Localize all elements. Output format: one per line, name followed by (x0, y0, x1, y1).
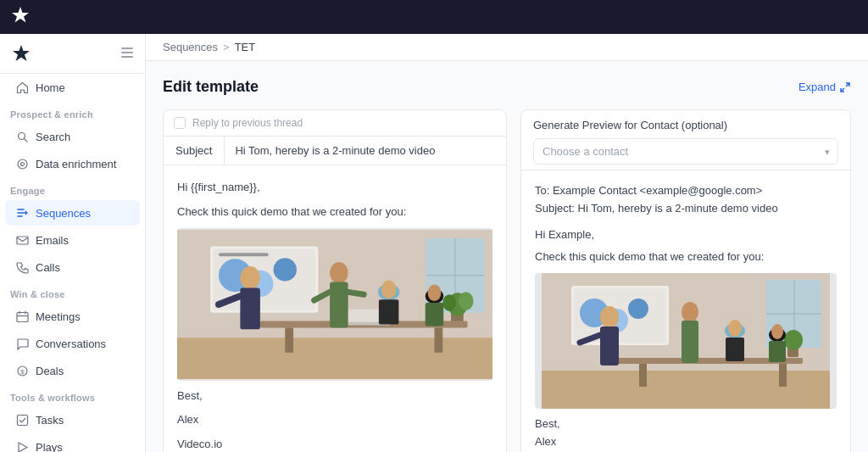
svg-rect-7 (17, 237, 28, 244)
svg-rect-2 (121, 56, 133, 58)
sidebar-item-search-label: Search (36, 131, 70, 143)
home-icon (15, 81, 29, 94)
preview-to-line: To: Example Contact <example@google.com> (535, 182, 837, 200)
body-signature-alex: Alex (177, 411, 492, 429)
svg-rect-39 (434, 327, 442, 352)
svg-rect-81 (769, 341, 786, 362)
reply-thread-checkbox[interactable] (174, 117, 186, 129)
preview-body: To: Example Contact <example@google.com>… (521, 170, 850, 452)
section-label-win: Win & close (0, 281, 145, 303)
svg-rect-8 (17, 312, 28, 321)
sidebar-item-emails[interactable]: Emails (5, 227, 140, 253)
sidebar-item-enrichment-label: Data enrichment (36, 158, 116, 170)
preview-sig-best: Best, (535, 416, 837, 433)
panel-title: Edit template (163, 78, 259, 96)
svg-rect-0 (121, 47, 133, 49)
sidebar-item-home[interactable]: Home (5, 75, 140, 100)
svg-line-4 (24, 138, 27, 142)
svg-line-48 (348, 292, 364, 294)
search-icon (15, 130, 29, 143)
body-signature-best: Best, (177, 388, 492, 405)
sidebar-item-meetings[interactable]: Meetings (5, 304, 140, 329)
sidebar-item-plays[interactable]: Plays (5, 434, 140, 452)
preview-header: Generate Preview for Contact (optional) … (521, 110, 850, 170)
reply-thread-bar: Reply to previous thread (164, 110, 506, 137)
body-line-intro: Check this quick demo that we created fo… (177, 204, 492, 221)
breadcrumb-current: TET (235, 41, 256, 53)
preview-subject-line: Subject: Hi Tom, hereby is a 2-minute de… (535, 200, 837, 218)
svg-point-30 (459, 292, 474, 310)
section-label-tools: Tools & workflows (0, 384, 145, 406)
contact-select[interactable]: Choose a contact (533, 138, 838, 165)
svg-marker-15 (19, 443, 27, 452)
sidebar-item-tasks[interactable]: Tasks (5, 407, 140, 432)
sidebar-item-sequences-label: Sequences (36, 207, 91, 220)
panel-header: Edit template Expand (163, 78, 851, 96)
svg-point-6 (20, 162, 24, 165)
svg-point-50 (381, 280, 397, 299)
preview-greeting: Hi Example, (535, 226, 837, 244)
subject-label: Subject (164, 137, 225, 165)
svg-point-35 (274, 258, 297, 281)
preview-sig-alex: Alex (535, 433, 837, 451)
sidebar-item-calls[interactable]: Calls (5, 254, 140, 280)
dollar-icon: $ (15, 364, 29, 377)
sidebar-logo (10, 42, 32, 64)
app-logo (10, 5, 31, 30)
svg-rect-51 (379, 299, 398, 324)
svg-rect-72 (600, 326, 619, 366)
edit-template-panel: Edit template Expand Reply to (146, 61, 868, 452)
sidebar: Home Prospect & enrich Search Data enric… (0, 34, 146, 452)
body-signature-company: Videco.io (177, 436, 492, 452)
svg-rect-23 (177, 338, 492, 379)
subject-input[interactable] (225, 137, 506, 165)
svg-rect-75 (682, 321, 698, 363)
sidebar-item-deals-label: Deals (36, 365, 64, 377)
breadcrumb: Sequences > TET (146, 34, 868, 61)
top-bar (0, 0, 868, 34)
sidebar-item-deals[interactable]: $ Deals (5, 358, 140, 383)
svg-point-77 (728, 320, 742, 337)
svg-point-74 (682, 302, 698, 322)
svg-rect-78 (726, 338, 744, 361)
svg-point-53 (428, 284, 442, 301)
sidebar-item-data-enrichment[interactable]: Data enrichment (5, 151, 140, 176)
svg-point-5 (18, 159, 27, 169)
svg-rect-38 (285, 327, 293, 352)
sidebar-item-search[interactable]: Search (5, 124, 140, 149)
svg-rect-69 (639, 364, 647, 387)
svg-rect-36 (219, 253, 269, 256)
sidebar-item-calls-label: Calls (36, 261, 60, 274)
sidebar-item-conversations-label: Conversations (36, 338, 106, 350)
svg-point-45 (330, 262, 348, 283)
email-image (177, 228, 492, 381)
sidebar-item-conversations[interactable]: Conversations (5, 331, 140, 356)
section-label-engage: Engage (0, 177, 145, 199)
svg-point-42 (240, 266, 259, 289)
expand-button[interactable]: Expand (798, 81, 851, 93)
template-editor-layout: Reply to previous thread Subject Hi {{fi… (163, 109, 851, 452)
sidebar-item-plays-label: Plays (36, 441, 63, 453)
chat-icon (15, 337, 29, 350)
svg-rect-14 (17, 415, 27, 425)
email-editor: Reply to previous thread Subject Hi {{fi… (163, 109, 507, 452)
sidebar-collapse-btn[interactable] (120, 45, 135, 63)
expand-icon (839, 81, 851, 93)
sidebar-item-sequences[interactable]: Sequences (5, 200, 140, 226)
sidebar-header (0, 34, 145, 74)
preview-image (535, 273, 837, 409)
svg-point-29 (442, 294, 456, 311)
svg-rect-43 (240, 287, 259, 329)
phone-icon (15, 260, 29, 274)
svg-rect-70 (779, 364, 787, 387)
email-body[interactable]: Hi {{first_name}}, Check this quick demo… (164, 165, 506, 452)
svg-rect-54 (426, 303, 444, 326)
svg-point-67 (628, 299, 648, 319)
svg-point-71 (600, 306, 619, 328)
reply-thread-label: Reply to previous thread (192, 117, 303, 129)
breadcrumb-parent[interactable]: Sequences (163, 41, 218, 53)
breadcrumb-separator: > (223, 41, 230, 53)
email-icon (15, 233, 29, 247)
contact-select-wrapper: Choose a contact (533, 138, 838, 165)
preview-body-text: Check this quick demo that we created fo… (535, 248, 837, 266)
